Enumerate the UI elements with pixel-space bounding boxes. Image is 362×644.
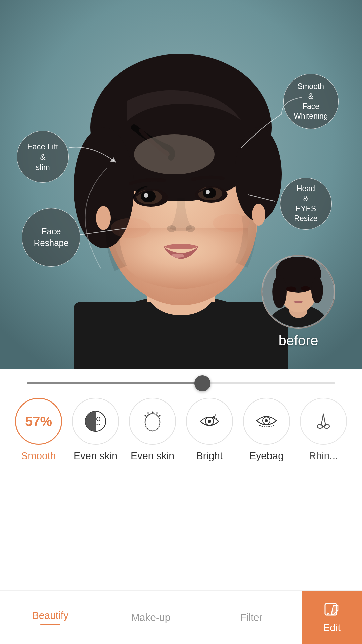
svg-point-38 xyxy=(97,417,100,421)
bottom-nav: Beautify Make-up Filter Edit xyxy=(0,590,362,644)
nav-makeup[interactable]: Make-up xyxy=(101,591,201,644)
smooth-percent-circle: 57% xyxy=(15,398,62,445)
svg-point-34 xyxy=(311,277,323,303)
smooth-percent-value: 57% xyxy=(25,414,52,429)
tool-even-skin-2-label: Even skin xyxy=(131,450,174,462)
rhino-circle xyxy=(300,398,347,445)
annotation-facelift: Face Lift&slim xyxy=(17,131,69,183)
annotation-face-reshape: FaceReshape xyxy=(22,208,80,267)
svg-point-14 xyxy=(144,193,148,198)
svg-point-44 xyxy=(159,415,161,417)
nav-filter[interactable]: Filter xyxy=(201,591,302,644)
tool-eyebag-label: Eyebag xyxy=(249,450,284,462)
before-label: before xyxy=(278,333,318,349)
slider-thumb[interactable] xyxy=(194,375,210,391)
tool-bright[interactable]: Bright xyxy=(181,398,238,462)
slider-fill xyxy=(27,382,202,384)
before-comparison: before xyxy=(261,255,335,349)
nav-edit[interactable]: Edit xyxy=(302,591,362,644)
tool-rhino[interactable]: Rhin... xyxy=(295,398,352,462)
nav-edit-label: Edit xyxy=(323,622,341,633)
nav-beautify-label: Beautify xyxy=(32,610,68,621)
annotation-head-eyes: Head&EYES Resize xyxy=(280,178,332,230)
annotation-smooth-whitening: Smooth&FaceWhitening xyxy=(283,74,339,129)
svg-point-10 xyxy=(134,134,215,174)
even-skin-1-circle xyxy=(72,398,119,445)
eyebag-circle xyxy=(243,398,290,445)
svg-point-33 xyxy=(272,275,287,308)
even-skin-2-circle xyxy=(129,398,176,445)
tool-smooth-label: Smooth xyxy=(21,450,56,462)
svg-point-19 xyxy=(167,225,176,232)
tool-bright-label: Bright xyxy=(196,450,223,462)
nav-beautify[interactable]: Beautify xyxy=(0,591,101,644)
annotation-reshape-label: FaceReshape xyxy=(34,226,68,249)
tool-even-skin-2[interactable]: Even skin xyxy=(124,398,181,462)
svg-point-20 xyxy=(186,225,195,232)
svg-point-23 xyxy=(213,214,250,232)
svg-point-47 xyxy=(208,420,211,423)
bright-circle xyxy=(186,398,233,445)
svg-point-42 xyxy=(152,412,154,413)
slider-container[interactable] xyxy=(0,369,362,391)
edit-icon xyxy=(323,602,341,619)
nav-makeup-label: Make-up xyxy=(131,612,171,623)
annotation-facelift-label: Face Lift&slim xyxy=(27,141,58,173)
svg-point-22 xyxy=(111,218,151,238)
svg-point-41 xyxy=(147,412,149,414)
svg-point-40 xyxy=(145,415,146,417)
svg-point-36 xyxy=(301,286,310,291)
svg-point-49 xyxy=(216,418,217,420)
photo-section: PHOTO RETOUCHING Portrait retouching and… xyxy=(0,0,362,369)
svg-point-35 xyxy=(286,286,296,292)
tool-rhino-label: Rhin... xyxy=(309,450,338,462)
annotation-head-label: Head&EYES Resize xyxy=(284,184,327,224)
annotation-smooth-label: Smooth&FaceWhitening xyxy=(294,82,328,122)
before-image xyxy=(261,255,335,329)
svg-point-43 xyxy=(156,412,158,414)
svg-point-18 xyxy=(206,190,210,194)
tool-even-skin-1-label: Even skin xyxy=(74,450,117,462)
svg-point-24 xyxy=(96,206,111,230)
svg-point-21 xyxy=(171,254,184,258)
svg-point-52 xyxy=(265,419,268,422)
tool-smooth[interactable]: 57% Smooth xyxy=(10,398,67,462)
tool-even-skin-1[interactable]: Even skin xyxy=(67,398,124,462)
nav-filter-label: Filter xyxy=(240,612,263,623)
svg-point-50 xyxy=(215,414,216,416)
tool-eyebag[interactable]: Eyebag xyxy=(238,398,295,462)
svg-point-25 xyxy=(252,204,265,226)
slider-track[interactable] xyxy=(27,382,335,384)
tools-row: 57% Smooth Even skin xyxy=(0,391,362,468)
svg-point-48 xyxy=(213,416,215,418)
nav-beautify-underline xyxy=(40,624,60,625)
